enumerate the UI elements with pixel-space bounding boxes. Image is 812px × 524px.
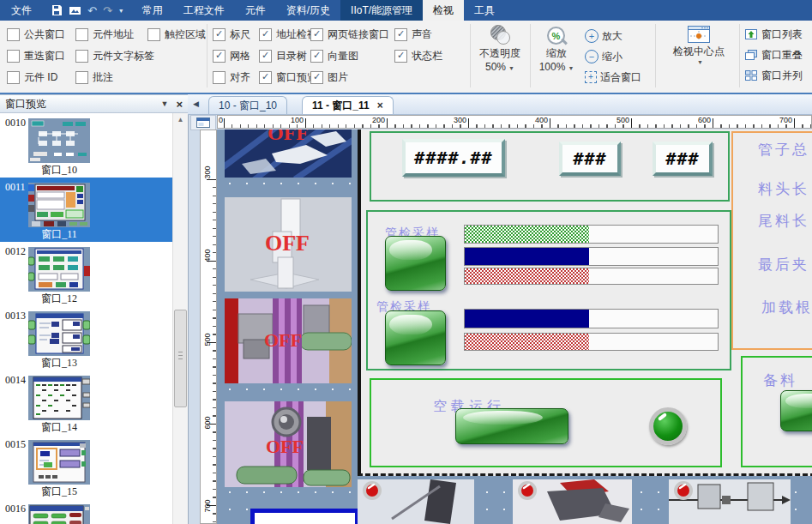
tab-elements[interactable]: 元件	[235, 0, 276, 21]
checkbox-overlay-window[interactable]: 重迭窗口	[7, 45, 65, 67]
sample-button-2[interactable]	[385, 310, 446, 365]
fit-window-button[interactable]: +适合窗口	[585, 67, 641, 87]
checkbox-box[interactable]	[75, 71, 88, 84]
status-led-green[interactable]	[649, 407, 687, 445]
machine-image-button-2[interactable]: OFF	[225, 197, 352, 292]
checkbox-grid[interactable]: 网格	[213, 45, 250, 67]
checkbox-box[interactable]	[310, 28, 323, 41]
preview-item-window-10[interactable]: 0010 窗口_10	[0, 113, 173, 178]
close-tab-icon[interactable]: ×	[377, 99, 383, 111]
tab-project-files[interactable]: 工程文件	[173, 0, 235, 21]
bar-gauge[interactable]	[464, 225, 719, 244]
checkbox-public-window[interactable]: 公共窗口	[7, 24, 65, 45]
numeric-display[interactable]: ###	[653, 142, 713, 176]
qat-dropdown-icon[interactable]: ▼	[118, 8, 124, 14]
undo-icon[interactable]: ↶	[87, 5, 97, 16]
opacity-button[interactable]: 不透明度 50%▼	[473, 24, 526, 73]
scrollbar-thumb[interactable]	[174, 310, 187, 407]
bar-gauge[interactable]	[464, 309, 719, 328]
preview-item-window-15[interactable]: 0015 窗口_15	[0, 435, 173, 499]
design-canvas[interactable]: OFF OFF OFF	[217, 129, 812, 524]
checkbox-directory-tree[interactable]: 目录树	[259, 45, 317, 67]
checkbox-sound[interactable]: 声音	[394, 24, 442, 45]
doc-tab-window-11[interactable]: 11 - 窗口_11×	[302, 96, 394, 114]
checkbox-ruler[interactable]: 标尺	[213, 24, 250, 45]
checkbox-box[interactable]	[394, 28, 407, 41]
tab-tools[interactable]: 工具	[464, 0, 505, 21]
sample-button-1[interactable]	[385, 236, 446, 291]
doc-tab-window-10[interactable]: 10 - 窗口_10	[208, 96, 287, 114]
tab-data-history[interactable]: 资料/历史	[276, 0, 340, 21]
checkbox-touch-area[interactable]: 触控区域	[147, 24, 206, 45]
window-cascade-button[interactable]: 窗口重叠	[744, 45, 803, 65]
checkbox-vector-graph[interactable]: 向量图	[310, 45, 389, 67]
machine-tile-button-3[interactable]	[669, 479, 791, 524]
preview-item-window-13[interactable]: 0013 窗口_13	[0, 306, 173, 370]
checkbox-box[interactable]	[7, 28, 20, 41]
bar-gauge[interactable]	[464, 268, 719, 285]
tab-scroll-left-icon[interactable]: ◀	[193, 99, 199, 108]
checkbox-box[interactable]	[75, 28, 88, 41]
checkbox-box[interactable]	[310, 50, 323, 63]
zoom-out-button[interactable]: −缩小	[585, 46, 641, 67]
tab-home[interactable]: 常用	[132, 0, 173, 21]
preview-scrollbar[interactable]: ▲	[172, 113, 188, 524]
numeric-display[interactable]: ###	[559, 142, 621, 176]
bar-gauge[interactable]	[464, 247, 719, 266]
file-menu[interactable]: 文件	[0, 0, 43, 21]
checkbox-box[interactable]	[147, 28, 160, 41]
zoom-scale-button[interactable]: % 缩放 100%▼	[535, 26, 578, 73]
machine-image-button-4[interactable]: OFF	[225, 401, 352, 487]
preview-item-window-11[interactable]: 0011 窗口_11	[0, 178, 173, 242]
checkbox-box[interactable]	[213, 71, 226, 84]
bar-fill	[465, 226, 589, 243]
checkbox-element-id[interactable]: 元件 ID	[7, 67, 65, 88]
checkbox-align[interactable]: 对齐	[213, 67, 250, 88]
machine-tile-button-1[interactable]	[358, 479, 474, 524]
machine-image-button-1[interactable]: OFF	[225, 129, 352, 178]
checkbox-picture[interactable]: 图片	[310, 67, 389, 88]
checkbox-box[interactable]	[7, 71, 20, 84]
blue-frame-widget[interactable]	[250, 509, 359, 524]
checkbox-address-view[interactable]: 地址检视	[259, 24, 317, 45]
machine-tile-button-2[interactable]	[513, 479, 632, 524]
preview-item-window-12[interactable]: 0012 窗口_12	[0, 242, 173, 306]
preview-item-window-14[interactable]: 0014 窗口_14	[0, 370, 173, 435]
checkbox-box[interactable]	[75, 50, 88, 63]
machine-image-button-3[interactable]: OFF	[225, 298, 352, 383]
checkbox-box[interactable]	[7, 50, 20, 63]
checkbox-window-preview[interactable]: 窗口预览	[259, 67, 317, 88]
checkbox-element-text-label[interactable]: 元件文字标签	[75, 45, 154, 67]
checkbox-box[interactable]	[213, 50, 226, 63]
view-center-button[interactable]: 检视中心点 ▼	[662, 24, 736, 65]
checkbox-box[interactable]	[259, 28, 272, 41]
panel-close-icon[interactable]: ×	[176, 98, 183, 111]
hmi-window-surface[interactable]: ####.## ### ### 管子总 料头长 尾料长 最后夹 加载根 管检采样…	[358, 129, 812, 476]
checkbox-status-bar[interactable]: 状态栏	[394, 45, 442, 67]
panel-dropdown-icon[interactable]: ▼	[160, 99, 168, 108]
save-icon[interactable]	[51, 4, 63, 16]
checkbox-box[interactable]	[213, 28, 226, 41]
checkbox-annotation[interactable]: 批注	[75, 67, 154, 88]
checkbox-box[interactable]	[259, 50, 272, 63]
export-image-icon[interactable]	[69, 5, 81, 16]
zoom-in-button[interactable]: +放大	[585, 26, 641, 46]
checkbox-box[interactable]	[259, 71, 272, 84]
checkbox-web-link-window[interactable]: 网页链接窗口	[310, 24, 389, 45]
checkbox-element-address[interactable]: 元件地址	[75, 24, 154, 45]
checkbox-box[interactable]	[310, 71, 323, 84]
preview-item-window-16[interactable]: 0016	[0, 499, 173, 524]
checkbox-box[interactable]	[394, 50, 407, 63]
bar-gauge[interactable]	[464, 333, 719, 351]
scroll-up-icon[interactable]: ▲	[173, 113, 188, 126]
numeric-display[interactable]: ####.##	[402, 139, 505, 177]
idle-run-button[interactable]	[455, 408, 568, 444]
backup-button[interactable]	[780, 390, 812, 431]
tab-iiot-energy[interactable]: IIoT/能源管理	[340, 0, 423, 21]
window-tile-button[interactable]: 窗口并列	[744, 65, 803, 86]
panel-title: 窗口预览	[5, 97, 46, 111]
tab-view[interactable]: 检视	[423, 0, 464, 21]
window-list-button[interactable]: 窗口列表	[744, 24, 803, 45]
ribbon-check-col: 网页链接窗口 向量图 图片	[310, 24, 389, 88]
redo-icon[interactable]: ↷	[103, 5, 112, 16]
